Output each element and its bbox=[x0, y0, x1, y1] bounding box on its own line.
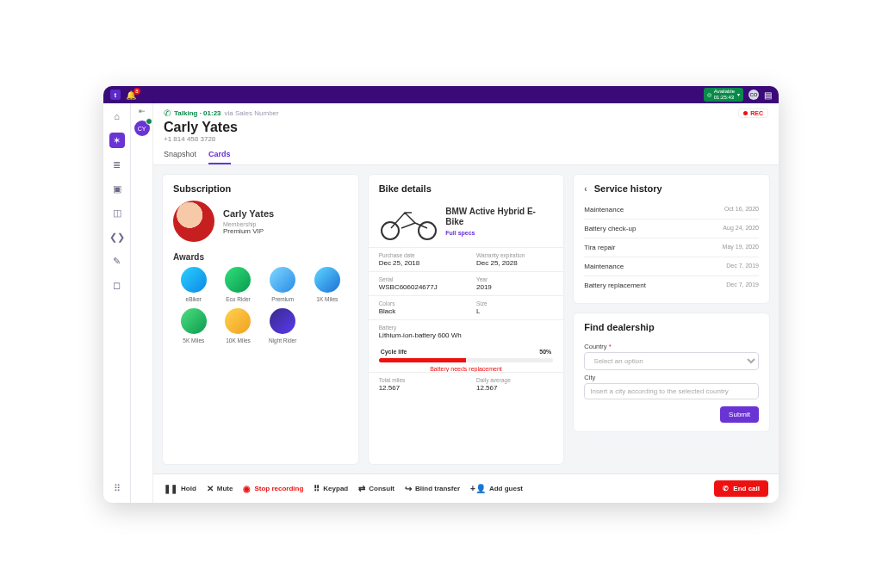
hold-button[interactable]: ❚❚Hold bbox=[164, 484, 196, 493]
bike-title: Bike details bbox=[379, 183, 554, 194]
titlebar: t 🔔8 ◎ Available 01:25:43 ▾ CO ▤ bbox=[103, 86, 779, 103]
cycle-value: 50% bbox=[539, 349, 551, 355]
service-title: Service history bbox=[594, 183, 662, 194]
call-header: ✆ Talking · 01:23 via Sales Number REC C… bbox=[153, 103, 779, 165]
membership-label: Membership bbox=[223, 221, 274, 227]
tab-snapshot[interactable]: Snapshot bbox=[164, 150, 196, 164]
compose-icon[interactable]: ✎ bbox=[109, 253, 125, 269]
collapse-icon[interactable]: ⇤ bbox=[139, 107, 146, 115]
target-icon: ◎ bbox=[707, 92, 711, 98]
service-row[interactable]: Tira repairMay 19, 2020 bbox=[584, 238, 759, 257]
contact-icon[interactable]: ▣ bbox=[109, 181, 125, 196]
activity-icon[interactable]: ✶ bbox=[109, 133, 125, 148]
user-avatar[interactable]: CO bbox=[748, 90, 759, 100]
cycle-label: Cycle life bbox=[381, 349, 407, 355]
battery-warning: Battery needs replacement bbox=[379, 366, 554, 372]
award-night-rider: Night Rider bbox=[262, 308, 303, 344]
pause-icon: ❚❚ bbox=[164, 484, 177, 493]
rec-indicator: REC bbox=[738, 108, 768, 118]
tabs: Snapshot Cards bbox=[164, 150, 768, 164]
phone-icon: ✆ bbox=[164, 108, 171, 118]
card-subscription: Subscription Carly Yates Membership Prem… bbox=[162, 174, 359, 465]
add-user-icon: +👤 bbox=[470, 484, 486, 493]
call-bar: ❚❚Hold ✕Mute ◉Stop recording ⠿Keypad ⇄Co… bbox=[153, 473, 779, 503]
award-1k-miles: 1K Miles bbox=[307, 267, 348, 303]
consult-icon: ⇄ bbox=[358, 484, 365, 493]
stop-recording-button[interactable]: ◉Stop recording bbox=[243, 484, 303, 493]
home-icon[interactable]: ⌂ bbox=[109, 108, 125, 124]
country-label: Country bbox=[584, 343, 759, 350]
app-window: t 🔔8 ◎ Available 01:25:43 ▾ CO ▤ ⌂ ✶ bbox=[103, 86, 779, 503]
status-label: Available bbox=[714, 89, 735, 95]
keypad-icon: ⠿ bbox=[314, 484, 320, 493]
dealer-title: Find dealership bbox=[584, 322, 759, 332]
award-ebiker: eBiker bbox=[173, 267, 214, 303]
bell-icon[interactable]: 🔔8 bbox=[126, 90, 136, 100]
consult-button[interactable]: ⇄Consult bbox=[358, 484, 394, 493]
chevron-down-icon: ▾ bbox=[737, 92, 740, 98]
card-find-dealership: Find dealership Country Select an option… bbox=[573, 313, 770, 432]
award-premium: Premium bbox=[262, 267, 303, 303]
membership-tier: Premium VIP bbox=[223, 227, 274, 235]
end-call-button[interactable]: ✆End call bbox=[714, 480, 768, 497]
award-eco-rider: Eco Rider bbox=[218, 267, 259, 303]
service-row[interactable]: Battery replacementDec 7, 2019 bbox=[584, 275, 759, 294]
award-5k-miles: 5K Miles bbox=[173, 308, 214, 344]
add-guest-button[interactable]: +👤Add guest bbox=[470, 484, 523, 493]
nav-rail: ⌂ ✶ ≣ ▣ ◫ ❮❯ ✎ ◻ ⠿ bbox=[103, 103, 131, 503]
dashboard-icon[interactable]: ◻ bbox=[109, 277, 125, 293]
caller-avatar[interactable]: CY bbox=[134, 121, 150, 136]
award-grid: eBiker Eco Rider Premium 1K Miles 5K Mil… bbox=[173, 267, 348, 344]
award-10k-miles: 10K Miles bbox=[218, 308, 259, 344]
hangup-icon: ✆ bbox=[723, 485, 729, 492]
app-logo[interactable]: t bbox=[110, 90, 121, 100]
customer-photo bbox=[173, 201, 214, 242]
transfer-icon: ↪ bbox=[405, 484, 412, 493]
city-input[interactable] bbox=[584, 383, 759, 399]
apps-icon[interactable]: ⠿ bbox=[109, 480, 125, 496]
back-icon[interactable]: ‹ bbox=[584, 184, 587, 194]
thread-rail: ⇤ CY bbox=[131, 103, 153, 503]
tab-cards[interactable]: Cards bbox=[208, 150, 231, 164]
cycle-bar bbox=[379, 358, 554, 362]
service-row[interactable]: MaintenanceOct 16, 2020 bbox=[584, 201, 759, 219]
active-call-badge bbox=[146, 118, 152, 125]
caller-name: Carly Yates bbox=[164, 120, 768, 135]
document-icon[interactable]: ◫ bbox=[109, 205, 125, 220]
service-row[interactable]: MaintenanceDec 7, 2019 bbox=[584, 257, 759, 275]
mic-off-icon: ✕ bbox=[207, 484, 214, 493]
card-service-history: ‹Service history MaintenanceOct 16, 2020… bbox=[573, 174, 770, 304]
blind-transfer-button[interactable]: ↪Blind transfer bbox=[405, 484, 460, 493]
city-label: City bbox=[584, 374, 759, 381]
full-specs-link[interactable]: Full specs bbox=[445, 230, 553, 236]
country-select[interactable]: Select an option bbox=[584, 352, 759, 370]
panel-toggle-icon[interactable]: ▤ bbox=[764, 90, 772, 100]
notif-badge: 8 bbox=[134, 88, 140, 95]
call-via: via Sales Number bbox=[225, 109, 279, 117]
service-row[interactable]: Battery check-upAug 24, 2020 bbox=[584, 219, 759, 238]
code-icon[interactable]: ❮❯ bbox=[109, 229, 125, 244]
subscription-title: Subscription bbox=[173, 183, 348, 194]
keypad-button[interactable]: ⠿Keypad bbox=[314, 484, 348, 493]
mute-button[interactable]: ✕Mute bbox=[207, 484, 233, 493]
customer-name: Carly Yates bbox=[223, 208, 274, 219]
status-timer: 01:25:43 bbox=[714, 95, 735, 101]
bike-image bbox=[379, 201, 439, 242]
awards-title: Awards bbox=[173, 252, 348, 262]
card-bike-details: Bike details BMW Active Hybrid E-Bike Fu… bbox=[368, 174, 565, 465]
agent-status[interactable]: ◎ Available 01:25:43 ▾ bbox=[704, 88, 743, 101]
caller-phone: +1 814 458 3728 bbox=[164, 135, 768, 143]
bike-model: BMW Active Hybrid E-Bike bbox=[445, 207, 553, 227]
stop-icon: ◉ bbox=[243, 484, 251, 493]
submit-button[interactable]: Submit bbox=[720, 406, 759, 423]
list-icon[interactable]: ≣ bbox=[109, 157, 125, 172]
